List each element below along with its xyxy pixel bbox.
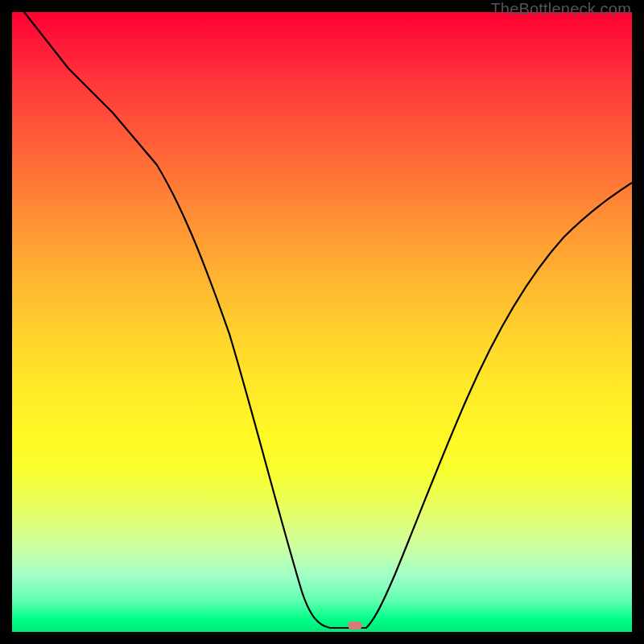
curve-svg <box>12 12 632 632</box>
bottleneck-curve <box>24 12 632 628</box>
watermark-text: TheBottleneck.com <box>490 0 631 19</box>
optimum-marker <box>348 621 362 630</box>
plot-area <box>12 12 632 632</box>
chart-container: TheBottleneck.com <box>0 0 644 644</box>
